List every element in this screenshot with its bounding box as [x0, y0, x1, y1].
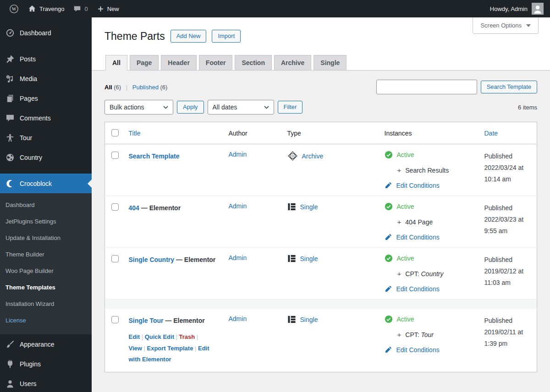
- pencil-icon: [385, 181, 392, 189]
- row-action-trash[interactable]: Trash: [179, 333, 195, 340]
- row-checkbox[interactable]: [111, 152, 119, 159]
- search-template-button[interactable]: Search Template: [481, 81, 537, 94]
- import-button[interactable]: Import: [212, 30, 241, 43]
- person-figure-icon: [6, 133, 15, 142]
- template-title-link[interactable]: Single Country: [129, 256, 175, 263]
- submenu-item-woo-page-builder[interactable]: Woo Page Builder: [0, 263, 92, 279]
- row-action-view[interactable]: View: [129, 345, 142, 352]
- submenu-item-theme-templates[interactable]: Theme Templates: [0, 279, 92, 296]
- site-name-link[interactable]: Travengo: [23, 0, 69, 17]
- sidebar-item-label: Pages: [20, 95, 38, 102]
- plus-icon: +: [397, 270, 402, 278]
- author-link[interactable]: Admin: [229, 315, 247, 322]
- add-new-button[interactable]: Add New: [170, 30, 207, 43]
- status-badge: Active: [385, 315, 475, 323]
- screen-options-label: Screen Options: [480, 22, 522, 29]
- sidebar-item-label: Comments: [20, 114, 51, 122]
- tab-page[interactable]: Page: [130, 55, 159, 70]
- row-checkbox[interactable]: [111, 203, 119, 211]
- comments-admin-bar-button[interactable]: 0: [69, 0, 92, 17]
- sidebar-item-posts[interactable]: Posts: [0, 49, 92, 69]
- edit-conditions-link[interactable]: Edit Conditions: [396, 182, 440, 189]
- author-link[interactable]: Admin: [229, 151, 247, 158]
- comment-bubble-icon: [73, 5, 81, 13]
- edit-conditions: Edit Conditions: [385, 233, 475, 241]
- sidebar-item-comments[interactable]: Comments: [0, 108, 92, 128]
- sidebar-item-pages[interactable]: Pages: [0, 88, 92, 108]
- comment-bubble-icon: [6, 114, 15, 123]
- filter-all-link[interactable]: All: [104, 84, 112, 91]
- column-header-type: Type: [283, 122, 380, 144]
- sidebar-item-appearance[interactable]: Appearance: [0, 334, 92, 354]
- author-link[interactable]: Admin: [229, 202, 247, 210]
- row-spacer: [105, 299, 537, 309]
- wordpress-menu-button[interactable]: W: [5, 0, 23, 17]
- sidebar-item-crocoblock[interactable]: Crocoblock: [0, 174, 92, 193]
- row-checkbox[interactable]: [111, 255, 119, 262]
- pencil-icon: [385, 346, 392, 354]
- filter-published-link[interactable]: Published: [132, 84, 159, 91]
- type-link[interactable]: Single: [300, 316, 318, 323]
- tab-archive[interactable]: Archive: [274, 55, 311, 70]
- new-content-button[interactable]: New: [93, 0, 124, 17]
- submenu-item-theme-builder[interactable]: Theme Builder: [0, 246, 92, 263]
- sort-date-link[interactable]: Date: [484, 130, 498, 137]
- templates-table: Title Author Type Instances Date Search …: [104, 122, 537, 372]
- type-link[interactable]: Single: [300, 203, 318, 211]
- edit-conditions: Edit Conditions: [385, 285, 475, 293]
- crocoblock-submenu: Dashboard JetPlugins Settings Update & I…: [0, 193, 92, 334]
- date-filter-select[interactable]: All dates: [208, 100, 274, 114]
- submenu-item-jetplugins-settings[interactable]: JetPlugins Settings: [0, 213, 92, 230]
- sidebar-item-tour[interactable]: Tour: [0, 128, 92, 147]
- sidebar-item-media[interactable]: Media: [0, 69, 92, 88]
- date-cell: Published 2022/03/23 at 9:55 am: [480, 196, 537, 248]
- svg-text:G: G: [291, 154, 294, 158]
- tab-footer[interactable]: Footer: [199, 55, 233, 70]
- greeting-text: Howdy, Admin: [490, 5, 528, 12]
- submenu-item-update-installation[interactable]: Update & Installation: [0, 230, 92, 246]
- table-header-row: Title Author Type Instances Date: [105, 122, 537, 144]
- status-badge: Active: [385, 202, 475, 211]
- sidebar-item-plugins[interactable]: Plugins: [0, 354, 92, 374]
- edit-conditions-link[interactable]: Edit Conditions: [396, 346, 440, 354]
- page-title: Theme Parts: [104, 29, 165, 43]
- tab-header[interactable]: Header: [161, 55, 196, 70]
- edit-conditions-link[interactable]: Edit Conditions: [396, 285, 440, 293]
- row-action-quick-edit[interactable]: Quick Edit: [145, 333, 174, 340]
- row-action-edit[interactable]: Edit: [129, 333, 140, 340]
- search-box: Search Template: [376, 80, 537, 94]
- screen-options-button[interactable]: Screen Options: [473, 17, 539, 34]
- submenu-item-installation-wizard[interactable]: Installation Wizard: [0, 296, 92, 312]
- bulk-actions-select[interactable]: Bulk actions: [104, 100, 173, 114]
- template-title-link[interactable]: Single Tour: [129, 317, 164, 324]
- chevron-down-icon: [264, 106, 269, 109]
- sidebar-item-dashboard[interactable]: Dashboard: [0, 23, 92, 43]
- submenu-item-dashboard[interactable]: Dashboard: [0, 197, 92, 213]
- filter-published-count: (6): [160, 84, 168, 91]
- filter-button[interactable]: Filter: [278, 101, 303, 114]
- sidebar-item-label: Crocoblock: [20, 180, 52, 187]
- sidebar-item-country[interactable]: Country: [0, 147, 92, 167]
- select-all-checkbox[interactable]: [111, 129, 119, 136]
- search-input[interactable]: [376, 80, 477, 94]
- tab-section[interactable]: Section: [235, 55, 272, 70]
- row-checkbox[interactable]: [111, 316, 119, 323]
- sidebar-item-users[interactable]: Users: [0, 374, 92, 392]
- row-action-export-template[interactable]: Export Template: [147, 345, 193, 352]
- row-actions: EditQuick EditTrashViewExport TemplateEd…: [129, 332, 211, 365]
- tab-single[interactable]: Single: [314, 55, 346, 70]
- sort-title-link[interactable]: Title: [129, 130, 141, 137]
- check-circle-icon: [385, 151, 393, 159]
- apply-button[interactable]: Apply: [177, 101, 204, 114]
- title-suffix: — Elementor: [163, 317, 204, 324]
- tab-all[interactable]: All: [105, 55, 127, 71]
- type-link[interactable]: Single: [300, 255, 318, 262]
- template-title-link[interactable]: Search Template: [129, 152, 180, 160]
- template-title-link[interactable]: 404: [129, 204, 139, 212]
- author-link[interactable]: Admin: [229, 254, 247, 261]
- edit-conditions-link[interactable]: Edit Conditions: [396, 234, 440, 241]
- type-link[interactable]: Archive: [302, 152, 324, 160]
- submenu-item-license[interactable]: License: [0, 312, 92, 329]
- account-menu[interactable]: Howdy, Admin: [490, 3, 545, 15]
- main-content: Screen Options Theme Parts Add New Impor…: [92, 17, 550, 392]
